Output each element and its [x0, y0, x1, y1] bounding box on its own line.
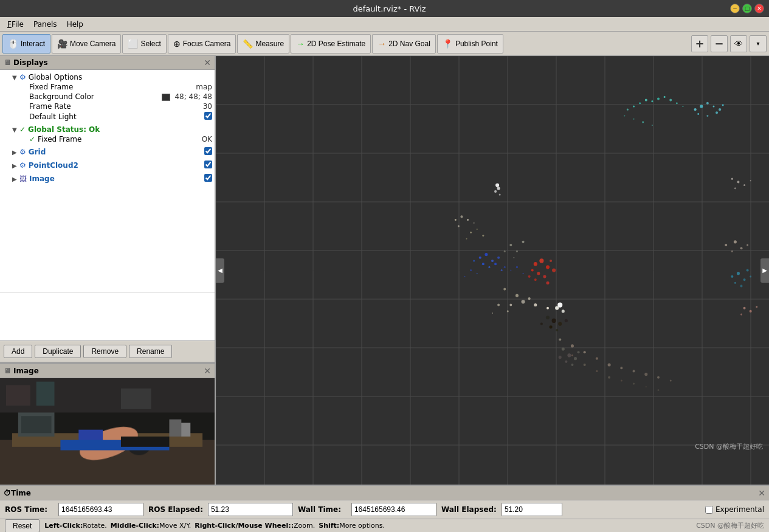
global-status-check: ✓: [19, 125, 26, 134]
minimize-button[interactable]: −: [730, 4, 740, 13]
menu-help[interactable]: Help: [62, 19, 88, 30]
measure-tool[interactable]: 📏 Measure: [237, 34, 289, 54]
global-options-label: Global Options: [29, 73, 212, 81]
wall-elapsed-input[interactable]: [502, 503, 562, 516]
dropdown-icon-btn[interactable]: ▾: [750, 35, 767, 52]
remove-icon-btn[interactable]: −: [711, 35, 728, 52]
select-icon: ⬜: [128, 39, 138, 49]
publish-point-icon: 📍: [443, 39, 453, 49]
nav-goal-tool[interactable]: → 2D Nav Goal: [372, 34, 436, 54]
frame-rate-row[interactable]: Frame Rate 30: [0, 102, 215, 111]
displays-panel-close[interactable]: ✕: [204, 58, 211, 67]
experimental-checkbox[interactable]: [705, 506, 713, 514]
move-camera-tool[interactable]: 🎥 Move Camera: [52, 34, 121, 54]
focus-camera-tool[interactable]: ⊕ Focus Camera: [168, 34, 236, 54]
window-controls[interactable]: − □ ✕: [730, 4, 769, 13]
image-panel-icon: 🖥: [4, 367, 11, 375]
ros-time-input[interactable]: [58, 503, 143, 516]
wall-time-label: Wall Time:: [298, 505, 347, 514]
pointcloud2-expand[interactable]: ▶: [12, 162, 19, 169]
grid-checkbox-cell: [204, 147, 212, 157]
left-panel: 🖥 Displays ✕ ▼ ⚙ Global Options: [0, 56, 216, 485]
global-status-label: Global Status: Ok: [28, 125, 212, 134]
displays-properties: [0, 292, 215, 340]
left-collapse-btn[interactable]: ◀: [216, 258, 224, 283]
help-shift-action: More options.: [339, 522, 385, 530]
image-label: Image: [29, 174, 204, 183]
helpbar: Reset Left-Click: Rotate. Middle-Click: …: [0, 519, 769, 532]
select-tool[interactable]: ⬜ Select: [122, 34, 166, 54]
help-left-click-label: Left-Click:: [44, 522, 83, 530]
wall-time-input[interactable]: [351, 503, 436, 516]
experimental-area: Experimental: [705, 505, 764, 514]
grid-row[interactable]: ▶ ⚙ Grid: [0, 147, 215, 157]
default-light-checkbox[interactable]: [204, 112, 212, 120]
global-options-expand[interactable]: ▼: [12, 74, 19, 81]
fixed-frame-ok-label: Fixed Frame: [38, 135, 197, 143]
global-status-row[interactable]: ▼ ✓ Global Status: Ok: [0, 125, 215, 134]
frame-rate-value: 30: [203, 102, 212, 111]
time-panel-close[interactable]: ✕: [758, 488, 765, 498]
pose-estimate-tool[interactable]: → 2D Pose Estimate: [291, 34, 371, 54]
fixed-frame-row[interactable]: Fixed Frame map: [0, 82, 215, 92]
help-middle-click-action: Move X/Y.: [159, 522, 191, 530]
window-title: default.rviz* - RViz: [49, 4, 730, 13]
3d-view[interactable]: ◀: [216, 56, 769, 485]
close-button[interactable]: ✕: [754, 4, 764, 13]
menubar: FFile Panels Help: [0, 17, 769, 32]
image-checkbox[interactable]: [204, 174, 212, 182]
pointcloud2-checkbox[interactable]: [204, 161, 212, 168]
grid-expand[interactable]: ▶: [12, 149, 19, 156]
grid-icon: ⚙: [19, 148, 26, 156]
menu-panels[interactable]: Panels: [29, 19, 62, 30]
titlebar: default.rviz* - RViz − □ ✕: [0, 0, 769, 17]
pointcloud2-checkbox-cell: [204, 161, 212, 170]
image-row[interactable]: ▶ 🖼 Image: [0, 173, 215, 184]
bg-color-row[interactable]: Background Color 48; 48; 48: [0, 92, 215, 102]
duplicate-button[interactable]: Duplicate: [35, 345, 81, 358]
fixed-frame-value: map: [196, 83, 212, 91]
grid-checkbox[interactable]: [204, 147, 212, 155]
add-button[interactable]: Add: [4, 345, 32, 358]
image-panel-close[interactable]: ✕: [204, 366, 211, 376]
bg-color-label: Background Color: [29, 92, 157, 101]
displays-tree: ▼ ⚙ Global Options Fixed Frame map: [0, 70, 215, 292]
menu-file[interactable]: FFile: [2, 19, 29, 30]
publish-point-tool[interactable]: 📍 Publish Point: [437, 34, 503, 54]
displays-panel-header: 🖥 Displays ✕: [0, 56, 215, 70]
pose-estimate-icon: →: [296, 39, 305, 49]
reset-button[interactable]: Reset: [5, 519, 40, 533]
fixed-frame-ok-value: OK: [202, 135, 212, 143]
displays-panel-icon: 🖥: [4, 58, 11, 67]
fixed-frame-label: Fixed Frame: [29, 83, 191, 91]
displays-buttons: Add Duplicate Remove Rename: [0, 340, 215, 362]
pointcloud2-row[interactable]: ▶ ⚙ PointCloud2: [0, 160, 215, 171]
remove-button[interactable]: Remove: [83, 345, 126, 358]
camera-icon-btn[interactable]: 👁: [730, 35, 747, 52]
default-light-label: Default Light: [29, 112, 199, 121]
ros-elapsed-input[interactable]: [208, 503, 293, 516]
default-light-row[interactable]: Default Light: [0, 111, 215, 122]
right-collapse-btn[interactable]: ▶: [760, 258, 769, 283]
global-status-expand[interactable]: ▼: [12, 126, 19, 133]
pointcloud2-item: ▶ ⚙ PointCloud2: [0, 159, 215, 172]
help-right-click-label: Right-Click/Mouse Wheel::: [195, 522, 294, 530]
image-panel-header: 🖥 Image ✕: [0, 364, 215, 378]
help-left-click-action: Rotate.: [83, 522, 107, 530]
nav-goal-icon: →: [378, 39, 386, 49]
default-light-value: [204, 112, 212, 122]
rename-button[interactable]: Rename: [129, 345, 172, 358]
add-icon-btn[interactable]: +: [691, 35, 708, 52]
interact-icon: 🖱️: [8, 39, 18, 49]
bg-color-value: 48; 48; 48: [162, 92, 212, 101]
fixed-frame-ok-row[interactable]: ✓ Fixed Frame OK: [0, 134, 215, 144]
image-expand[interactable]: ▶: [12, 176, 19, 182]
interact-tool[interactable]: 🖱️ Interact: [2, 34, 50, 54]
frame-rate-label: Frame Rate: [29, 102, 198, 111]
image-checkbox-cell: [204, 174, 212, 184]
global-options-icon: ⚙: [19, 73, 26, 81]
global-options-row[interactable]: ▼ ⚙ Global Options: [0, 72, 215, 82]
maximize-button[interactable]: □: [742, 4, 752, 13]
toolbar: 🖱️ Interact 🎥 Move Camera ⬜ Select ⊕ Foc…: [0, 32, 769, 56]
bg-color-swatch: [162, 94, 170, 101]
